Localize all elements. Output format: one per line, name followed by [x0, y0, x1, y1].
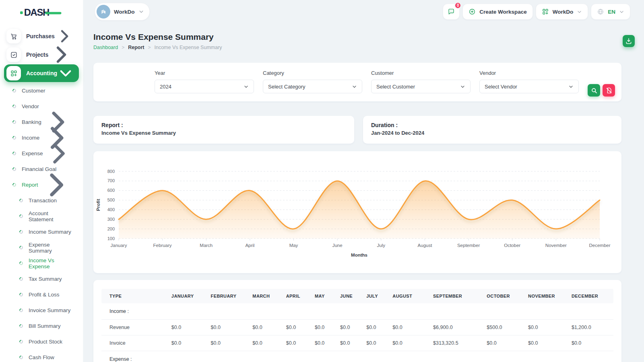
filter-field-year: Year2024 [155, 70, 254, 101]
sidebar-item-bill-summary[interactable]: Bill Summary [0, 318, 83, 334]
sidebar-item-product-stock[interactable]: Product Stock [0, 334, 83, 350]
globe-icon [597, 8, 604, 15]
chevron-down-icon [352, 84, 357, 89]
row-value: $0.0 [363, 320, 389, 335]
brand-logo[interactable]: DASH [0, 0, 83, 25]
select-value: Select Category [268, 84, 305, 90]
sidebar-item-label: Cash Flow [29, 354, 54, 360]
bullet-ring-icon [12, 151, 17, 156]
svg-text:March: March [200, 243, 213, 248]
bullet-ring-icon [19, 308, 24, 313]
filter-fields: Year2024CategorySelect CategoryCustomerS… [101, 70, 588, 101]
download-button[interactable] [623, 35, 635, 47]
sidebar-item-label: Banking [22, 119, 41, 125]
svg-text:November: November [545, 243, 567, 248]
svg-text:100: 100 [107, 236, 115, 241]
row-value: $0.0 [389, 320, 430, 335]
row-value: $0.0 [389, 335, 430, 351]
row-value: $0.0 [208, 335, 250, 351]
apply-filter-button[interactable] [588, 84, 600, 97]
svg-text:June: June [332, 243, 343, 248]
bullet-ring-icon [19, 355, 24, 360]
row-value: $0.0 [168, 320, 208, 335]
chevron-down-icon [568, 84, 574, 89]
svg-text:500: 500 [107, 197, 115, 202]
customer-select[interactable]: Select Customer [371, 80, 471, 93]
sidebar: DASH PurchasesProjectsAccountingCustomer… [0, 0, 83, 362]
clear-filter-icon [605, 87, 613, 94]
chat-icon [448, 8, 455, 15]
filter-card: Year2024CategorySelect CategoryCustomerS… [93, 63, 621, 101]
row-value: $0.0 [168, 335, 208, 351]
sidebar-item-account-statement[interactable]: Account Statement [0, 208, 83, 224]
sidebar-item-report[interactable]: Report [0, 177, 83, 193]
sidebar-item-cash-flow[interactable]: Cash Flow [0, 350, 83, 362]
search-icon [590, 87, 598, 94]
breadcrumb-link[interactable]: Dashboard [93, 45, 118, 50]
sidebar-item-customer[interactable]: Customer [0, 83, 83, 99]
info-card-title: Duration : [371, 122, 613, 128]
filter-label: Customer [371, 70, 471, 76]
workdo-menu[interactable]: WorkDo [536, 4, 588, 20]
sidebar-item-label: Product Stock [29, 339, 62, 345]
category-select[interactable]: Select Category [263, 80, 362, 93]
row-type: Revenue [101, 320, 168, 335]
table-column-header: MAY [312, 289, 337, 303]
clear-filter-button[interactable] [603, 84, 615, 97]
row-value: $0.0 [337, 320, 363, 335]
breadcrumb-current: Income Vs Expense Summary [154, 45, 222, 50]
year-select[interactable]: 2024 [155, 80, 254, 93]
table-column-header: JANUARY [168, 289, 208, 303]
svg-text:300: 300 [107, 217, 115, 222]
messages-badge: 0 [454, 2, 461, 9]
sidebar-item-label: Vendor [22, 103, 39, 109]
chevron-down-icon [577, 9, 582, 14]
table-column-header: JULY [363, 289, 389, 303]
language-label: EN [608, 9, 615, 15]
row-value: $0.0 [283, 320, 312, 335]
sidebar-item-expense-summary[interactable]: Expense Summary [0, 240, 83, 255]
row-value: $0.0 [363, 335, 389, 351]
table-column-header: AUGUST [389, 289, 430, 303]
sidebar-item-label: Report [22, 182, 38, 188]
svg-text:200: 200 [107, 226, 115, 231]
app-root: DASH PurchasesProjectsAccountingCustomer… [0, 0, 644, 362]
chevron-down-icon [460, 84, 465, 89]
sidebar-item-label: Invoice Summary [29, 307, 70, 313]
workspace-switcher[interactable]: WorkDo [95, 3, 150, 21]
create-workspace-button[interactable]: Create Workspace [462, 4, 533, 20]
row-value: $0.0 [568, 335, 613, 351]
chevron-down-icon [244, 84, 249, 89]
table-column-header: JUNE [337, 289, 363, 303]
sidebar-item-accounting[interactable]: Accounting [4, 64, 79, 82]
bullet-ring-icon [19, 198, 24, 203]
sidebar-item-invoice-summary[interactable]: Invoice Summary [0, 302, 83, 318]
table-column-header: DECEMBER [568, 289, 613, 303]
messages-button[interactable]: 0 [443, 4, 460, 20]
sidebar-item-projects[interactable]: Projects [4, 46, 79, 64]
language-selector[interactable]: EN [591, 4, 630, 20]
sidebar-item-label: Income [22, 135, 39, 141]
table-column-header: FEBRUARY [208, 289, 250, 303]
sidebar-item-tax-summary[interactable]: Tax Summary [0, 271, 83, 287]
bullet-ring-icon [19, 261, 24, 266]
table-column-header: TYPE [101, 289, 168, 303]
breadcrumb-separator: > [148, 45, 151, 50]
sidebar-item-label: Accounting [26, 70, 57, 76]
row-value: $0.0 [525, 320, 568, 335]
row-value: $500.0 [483, 320, 525, 335]
svg-text:Months: Months [351, 253, 367, 257]
sidebar-item-label: Account Statement [29, 210, 74, 222]
sidebar-item-profit-loss[interactable]: Profit & Loss [0, 287, 83, 302]
bullet-ring-icon [12, 135, 17, 140]
sidebar-item-income-summary[interactable]: Income Summary [0, 224, 83, 240]
vendor-select[interactable]: Select Vendor [479, 80, 579, 93]
workspace-avatar [97, 5, 110, 19]
bullet-ring-icon [19, 245, 24, 250]
table-column-header: APRIL [283, 289, 312, 303]
section-label: Income : [101, 303, 613, 320]
chart-card: 800700600500400300200100JanuaryFebruaryM… [93, 151, 621, 273]
sidebar-item-income-vs-expense[interactable]: Income Vs Expense [0, 255, 83, 271]
breadcrumb-link[interactable]: Report [128, 45, 144, 50]
sidebar-item-label: Transaction [29, 197, 57, 204]
